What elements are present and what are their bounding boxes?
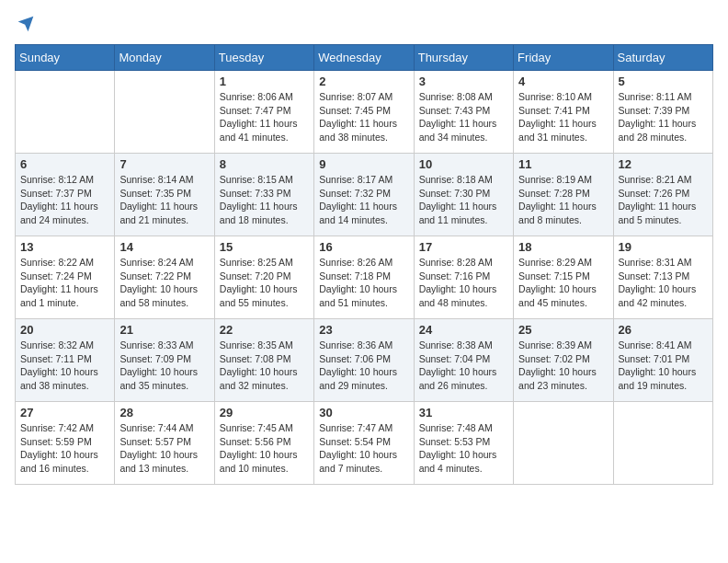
day-number: 23 [319, 323, 408, 337]
day-info: Sunrise: 7:44 AM Sunset: 5:57 PM Dayligh… [119, 421, 209, 476]
day-info: Sunrise: 7:48 AM Sunset: 5:53 PM Dayligh… [419, 421, 508, 476]
calendar-week-row: 1Sunrise: 8:06 AM Sunset: 7:47 PM Daylig… [16, 71, 713, 154]
day-info: Sunrise: 8:07 AM Sunset: 7:45 PM Dayligh… [319, 90, 408, 144]
day-info: Sunrise: 8:24 AM Sunset: 7:22 PM Dayligh… [119, 256, 209, 310]
day-number: 12 [619, 157, 708, 171]
calendar-cell: 29Sunrise: 7:45 AM Sunset: 5:56 PM Dayli… [214, 402, 313, 485]
day-number: 16 [319, 240, 408, 254]
day-number: 9 [319, 157, 408, 171]
day-info: Sunrise: 8:10 AM Sunset: 7:41 PM Dayligh… [518, 90, 608, 144]
calendar-cell: 21Sunrise: 8:33 AM Sunset: 7:09 PM Dayli… [115, 319, 214, 402]
day-info: Sunrise: 8:12 AM Sunset: 7:37 PM Dayligh… [20, 173, 109, 227]
weekday-header: Wednesday [314, 45, 414, 71]
day-info: Sunrise: 8:11 AM Sunset: 7:39 PM Dayligh… [619, 90, 708, 144]
day-info: Sunrise: 8:33 AM Sunset: 7:09 PM Dayligh… [119, 339, 209, 393]
day-number: 18 [518, 240, 608, 254]
calendar-cell: 13Sunrise: 8:22 AM Sunset: 7:24 PM Dayli… [16, 236, 115, 319]
calendar-cell [613, 402, 712, 485]
calendar-cell: 9Sunrise: 8:17 AM Sunset: 7:32 PM Daylig… [314, 154, 414, 236]
day-info: Sunrise: 7:45 AM Sunset: 5:56 PM Dayligh… [220, 421, 309, 476]
day-number: 7 [119, 157, 209, 171]
calendar-cell: 26Sunrise: 8:41 AM Sunset: 7:01 PM Dayli… [613, 319, 712, 402]
calendar-cell: 4Sunrise: 8:10 AM Sunset: 7:41 PM Daylig… [514, 71, 613, 154]
day-info: Sunrise: 8:41 AM Sunset: 7:01 PM Dayligh… [619, 339, 708, 393]
day-number: 10 [419, 157, 508, 171]
calendar-week-row: 13Sunrise: 8:22 AM Sunset: 7:24 PM Dayli… [16, 236, 713, 319]
day-info: Sunrise: 8:22 AM Sunset: 7:24 PM Dayligh… [20, 256, 109, 310]
day-info: Sunrise: 8:25 AM Sunset: 7:20 PM Dayligh… [220, 256, 309, 310]
day-info: Sunrise: 8:19 AM Sunset: 7:28 PM Dayligh… [518, 173, 608, 227]
day-number: 29 [220, 406, 309, 419]
calendar-cell: 25Sunrise: 8:39 AM Sunset: 7:02 PM Dayli… [514, 319, 613, 402]
day-info: Sunrise: 8:32 AM Sunset: 7:11 PM Dayligh… [20, 339, 109, 393]
weekday-header: Saturday [613, 45, 712, 71]
calendar-cell: 30Sunrise: 7:47 AM Sunset: 5:54 PM Dayli… [314, 402, 414, 485]
calendar-cell: 16Sunrise: 8:26 AM Sunset: 7:18 PM Dayli… [314, 236, 414, 319]
day-number: 6 [20, 157, 109, 171]
calendar-cell: 17Sunrise: 8:28 AM Sunset: 7:16 PM Dayli… [414, 236, 513, 319]
day-number: 31 [419, 406, 508, 419]
day-number: 4 [518, 75, 608, 88]
day-number: 14 [119, 240, 209, 254]
weekday-header: Monday [115, 45, 214, 71]
day-number: 8 [220, 157, 309, 171]
calendar-week-row: 20Sunrise: 8:32 AM Sunset: 7:11 PM Dayli… [16, 319, 713, 402]
calendar-cell: 22Sunrise: 8:35 AM Sunset: 7:08 PM Dayli… [214, 319, 313, 402]
day-number: 13 [20, 240, 109, 254]
day-info: Sunrise: 8:17 AM Sunset: 7:32 PM Dayligh… [319, 173, 408, 227]
day-info: Sunrise: 8:29 AM Sunset: 7:15 PM Dayligh… [518, 256, 608, 310]
day-info: Sunrise: 8:31 AM Sunset: 7:13 PM Dayligh… [619, 256, 708, 310]
day-number: 17 [419, 240, 508, 254]
calendar-cell: 7Sunrise: 8:14 AM Sunset: 7:35 PM Daylig… [115, 154, 214, 236]
day-number: 24 [419, 323, 508, 337]
day-info: Sunrise: 8:14 AM Sunset: 7:35 PM Dayligh… [119, 173, 209, 227]
calendar-cell [115, 71, 214, 154]
day-info: Sunrise: 8:15 AM Sunset: 7:33 PM Dayligh… [220, 173, 309, 227]
calendar-cell: 2Sunrise: 8:07 AM Sunset: 7:45 PM Daylig… [314, 71, 414, 154]
calendar-cell: 31Sunrise: 7:48 AM Sunset: 5:53 PM Dayli… [414, 402, 513, 485]
calendar-cell: 27Sunrise: 7:42 AM Sunset: 5:59 PM Dayli… [16, 402, 115, 485]
calendar-cell: 14Sunrise: 8:24 AM Sunset: 7:22 PM Dayli… [115, 236, 214, 319]
calendar-cell: 18Sunrise: 8:29 AM Sunset: 7:15 PM Dayli… [514, 236, 613, 319]
day-info: Sunrise: 8:08 AM Sunset: 7:43 PM Dayligh… [419, 90, 508, 144]
logo-bird-icon [17, 15, 35, 33]
day-info: Sunrise: 8:21 AM Sunset: 7:26 PM Dayligh… [619, 173, 708, 227]
weekday-header: Friday [514, 45, 613, 71]
day-info: Sunrise: 8:36 AM Sunset: 7:06 PM Dayligh… [319, 339, 408, 393]
calendar-cell: 24Sunrise: 8:38 AM Sunset: 7:04 PM Dayli… [414, 319, 513, 402]
weekday-header: Sunday [16, 45, 115, 71]
day-info: Sunrise: 8:18 AM Sunset: 7:30 PM Dayligh… [419, 173, 508, 227]
day-number: 28 [119, 406, 209, 419]
calendar-cell: 19Sunrise: 8:31 AM Sunset: 7:13 PM Dayli… [613, 236, 712, 319]
weekday-header: Thursday [414, 45, 513, 71]
day-number: 21 [119, 323, 209, 337]
day-info: Sunrise: 8:38 AM Sunset: 7:04 PM Dayligh… [419, 339, 508, 393]
day-info: Sunrise: 8:26 AM Sunset: 7:18 PM Dayligh… [319, 256, 408, 310]
day-number: 5 [619, 75, 708, 88]
calendar-cell: 3Sunrise: 8:08 AM Sunset: 7:43 PM Daylig… [414, 71, 513, 154]
day-info: Sunrise: 8:39 AM Sunset: 7:02 PM Dayligh… [518, 339, 608, 393]
calendar-cell [514, 402, 613, 485]
day-number: 1 [220, 75, 309, 88]
weekday-header: Tuesday [214, 45, 313, 71]
day-number: 22 [220, 323, 309, 337]
day-info: Sunrise: 8:35 AM Sunset: 7:08 PM Dayligh… [220, 339, 309, 393]
calendar-cell: 12Sunrise: 8:21 AM Sunset: 7:26 PM Dayli… [613, 154, 712, 236]
calendar-cell: 15Sunrise: 8:25 AM Sunset: 7:20 PM Dayli… [214, 236, 313, 319]
calendar-header-row: SundayMondayTuesdayWednesdayThursdayFrid… [16, 45, 713, 71]
calendar-cell: 6Sunrise: 8:12 AM Sunset: 7:37 PM Daylig… [16, 154, 115, 236]
calendar-cell: 1Sunrise: 8:06 AM Sunset: 7:47 PM Daylig… [214, 71, 313, 154]
calendar-cell: 11Sunrise: 8:19 AM Sunset: 7:28 PM Dayli… [514, 154, 613, 236]
calendar-cell: 8Sunrise: 8:15 AM Sunset: 7:33 PM Daylig… [214, 154, 313, 236]
calendar-cell: 23Sunrise: 8:36 AM Sunset: 7:06 PM Dayli… [314, 319, 414, 402]
page-header [15, 15, 713, 33]
calendar-cell: 5Sunrise: 8:11 AM Sunset: 7:39 PM Daylig… [613, 71, 712, 154]
day-info: Sunrise: 7:42 AM Sunset: 5:59 PM Dayligh… [20, 421, 109, 476]
day-number: 15 [220, 240, 309, 254]
calendar-table: SundayMondayTuesdayWednesdayThursdayFrid… [15, 44, 713, 485]
day-number: 2 [319, 75, 408, 88]
day-info: Sunrise: 8:28 AM Sunset: 7:16 PM Dayligh… [419, 256, 508, 310]
logo [15, 15, 35, 33]
day-number: 30 [319, 406, 408, 419]
calendar-week-row: 6Sunrise: 8:12 AM Sunset: 7:37 PM Daylig… [16, 154, 713, 236]
